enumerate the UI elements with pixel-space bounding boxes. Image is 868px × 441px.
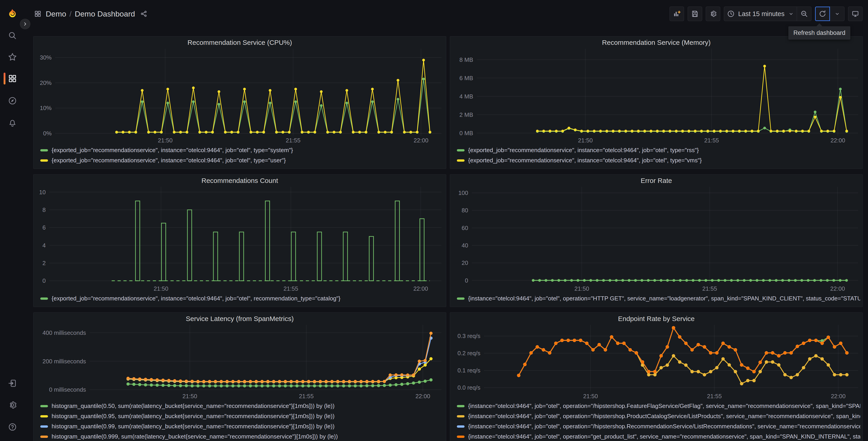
- active-indicator: [4, 73, 5, 84]
- panel-title-cpu[interactable]: Recommendation Service (CPU%): [33, 36, 446, 49]
- chart-canvas-error-rate[interactable]: [472, 187, 858, 284]
- y-tick-label: 8: [42, 206, 46, 213]
- panel-title-endpoint-rate[interactable]: Endpoint Rate by Service: [450, 313, 863, 325]
- legend-item[interactable]: {exported_job="recommendationservice", i…: [40, 155, 444, 166]
- y-tick-label: 400 milliseconds: [42, 329, 86, 336]
- y-tick-label: 0.3 req/s: [458, 332, 480, 340]
- refresh-tooltip: Refresh dashboard: [788, 26, 850, 40]
- plot-area-endpoint-rate[interactable]: [484, 325, 858, 391]
- legend-label: {instance="otelcol:9464", job="otel", op…: [468, 413, 860, 420]
- dashboard-settings-button[interactable]: [706, 6, 720, 21]
- help-icon[interactable]: [0, 422, 25, 432]
- legend-label: {exported_job="recommendationservice", i…: [52, 157, 286, 164]
- legend-swatch: [457, 159, 465, 161]
- legend-item[interactable]: histogram_quantile(0.50, sum(rate(latenc…: [40, 401, 444, 411]
- share-icon[interactable]: [140, 10, 148, 18]
- legend-error-rate: {instance="otelcol:9464", job="otel", op…: [450, 293, 863, 307]
- alerting-bell-icon[interactable]: [0, 118, 25, 128]
- legend-swatch: [457, 405, 465, 407]
- admin-gear-icon[interactable]: [0, 400, 25, 410]
- y-tick-label: 100: [459, 189, 468, 197]
- x-tick-label: 21:55: [283, 285, 298, 292]
- x-axis-latency: 21:5021:5522:00: [90, 391, 441, 401]
- star-icon[interactable]: [0, 52, 25, 62]
- plot-area-reco-count[interactable]: [49, 187, 441, 284]
- legend-item[interactable]: {exported_job="recommendationservice", i…: [40, 145, 444, 155]
- breadcrumb-section[interactable]: Demo: [46, 9, 66, 18]
- legend-label: {exported_job="recommendationservice", i…: [52, 147, 293, 154]
- expand-sidebar-button[interactable]: [20, 19, 30, 29]
- x-tick-label: 21:50: [583, 393, 598, 400]
- y-axis-latency: 0 milliseconds200 milliseconds400 millis…: [35, 325, 90, 391]
- plot-area-cpu[interactable]: [55, 49, 441, 136]
- legend-item[interactable]: {instance="otelcol:9464", job="otel", op…: [457, 432, 860, 441]
- panel-title-latency[interactable]: Service Latency (from SpanMetrics): [33, 313, 446, 325]
- dashboards-icon[interactable]: [0, 74, 25, 83]
- legend-label: histogram_quantile(0.999, sum(rate(laten…: [52, 433, 338, 440]
- dashboard-grid-icon: [34, 10, 42, 18]
- chart-canvas-latency[interactable]: [90, 325, 441, 391]
- panel-endpoint-rate: Endpoint Rate by Service0.0 req/s0.1 req…: [450, 313, 863, 441]
- grafana-logo[interactable]: [0, 7, 25, 20]
- legend-item[interactable]: histogram_quantile(0.95, sum(rate(latenc…: [40, 411, 444, 421]
- legend-item[interactable]: histogram_quantile(0.999, sum(rate(laten…: [40, 432, 444, 441]
- chart-canvas-endpoint-rate[interactable]: [484, 325, 858, 391]
- add-panel-button[interactable]: [670, 6, 684, 21]
- panel-title-error-rate[interactable]: Error Rate: [450, 175, 863, 187]
- y-tick-label: 20: [462, 259, 468, 266]
- zoom-out-icon: [800, 10, 808, 18]
- time-range-picker[interactable]: Last 15 minutes: [724, 6, 797, 21]
- legend-item[interactable]: histogram_quantile(0.99, sum(rate(latenc…: [40, 421, 444, 432]
- y-tick-label: 0.1 req/s: [458, 367, 480, 374]
- y-tick-label: 2: [42, 259, 46, 266]
- breadcrumb-separator: /: [69, 9, 71, 18]
- breadcrumb-page-title[interactable]: Demo Dashboard: [75, 9, 135, 18]
- legend-item[interactable]: {exported_job="recommendationservice", i…: [457, 145, 860, 155]
- y-axis-error-rate: 020406080100: [452, 187, 472, 284]
- x-tick-label: 22:00: [415, 393, 430, 400]
- panel-title-reco-count[interactable]: Recommendations Count: [33, 175, 446, 187]
- explore-compass-icon[interactable]: [0, 96, 25, 106]
- y-tick-label: 60: [462, 224, 468, 231]
- legend-cpu: {exported_job="recommendationservice", i…: [33, 145, 446, 169]
- x-axis-endpoint-rate: 21:5021:5522:00: [484, 391, 858, 401]
- x-tick-label: 22:00: [831, 137, 845, 144]
- monitor-icon: [851, 10, 859, 18]
- legend-item[interactable]: {instance="otelcol:9464", job="otel", op…: [457, 293, 860, 303]
- legend-item[interactable]: {instance="otelcol:9464", job="otel", op…: [457, 401, 860, 411]
- legend-item[interactable]: {exported_job="recommendationservice", i…: [457, 155, 860, 166]
- chart-canvas-memory[interactable]: [477, 49, 858, 136]
- x-tick-label: 21:50: [575, 285, 589, 292]
- plot-area-memory[interactable]: [477, 49, 858, 136]
- x-tick-label: 22:00: [414, 137, 428, 144]
- sign-in-icon[interactable]: [0, 379, 25, 388]
- x-tick-label: 21:55: [286, 137, 301, 144]
- legend-label: {exported_job="recommendationservice", i…: [468, 147, 699, 154]
- refresh-interval-dropdown[interactable]: [830, 6, 844, 21]
- kiosk-mode-button[interactable]: [848, 6, 863, 21]
- legend-label: {exported_job="recommendationservice", i…: [52, 295, 340, 302]
- legend-item[interactable]: {instance="otelcol:9464", job="otel", op…: [457, 421, 860, 432]
- save-dashboard-button[interactable]: [688, 6, 702, 21]
- sidebar: [0, 0, 25, 441]
- plot-area-error-rate[interactable]: [472, 187, 858, 284]
- refresh-dashboard-button[interactable]: [815, 6, 830, 21]
- legend-swatch: [457, 436, 465, 438]
- chart-canvas-cpu[interactable]: [55, 49, 441, 136]
- zoom-out-time-button[interactable]: [797, 6, 811, 21]
- plot-area-latency[interactable]: [90, 325, 441, 391]
- legend-label: histogram_quantile(0.99, sum(rate(latenc…: [52, 423, 335, 430]
- panel-latency: Service Latency (from SpanMetrics)0 mill…: [33, 313, 446, 441]
- chevron-down-icon: [834, 11, 840, 17]
- search-icon[interactable]: [0, 31, 25, 40]
- x-tick-label: 21:50: [182, 393, 197, 400]
- legend-item[interactable]: {exported_job="recommendationservice", i…: [40, 293, 444, 303]
- y-axis-endpoint-rate: 0.0 req/s0.1 req/s0.2 req/s0.3 req/s: [452, 325, 484, 391]
- topbar: Demo / Demo Dashboard: [25, 0, 868, 28]
- chart-canvas-reco-count[interactable]: [49, 187, 441, 284]
- toolbar: Last 15 minutes: [670, 6, 863, 21]
- legend-item[interactable]: {instance="otelcol:9464", job="otel", op…: [457, 411, 860, 421]
- y-tick-label: 10%: [40, 105, 52, 112]
- clock-icon: [727, 10, 735, 18]
- legend-latency: histogram_quantile(0.50, sum(rate(latenc…: [33, 401, 446, 441]
